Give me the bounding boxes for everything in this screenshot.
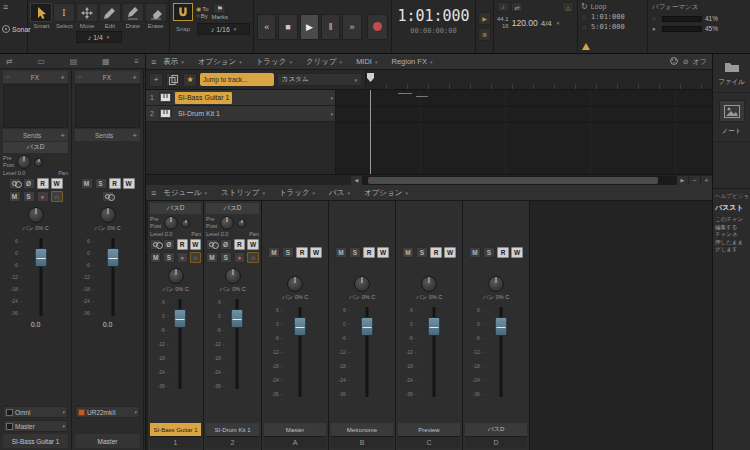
menu-item[interactable]: オプション▾ [357, 188, 415, 198]
jump-to-track-input[interactable]: Jump to track... [200, 73, 274, 86]
favorites-button[interactable]: ★ [183, 73, 197, 87]
duplicate-button[interactable] [166, 73, 180, 87]
fx-power-icon[interactable]: ○ [6, 74, 10, 80]
record-arm-button[interactable]: ● [37, 191, 49, 202]
mute-button[interactable]: M [206, 252, 218, 263]
menu-item[interactable]: Region FX▾ [384, 57, 439, 67]
time-signature-display[interactable]: 4/4 [541, 19, 552, 28]
loop-icon[interactable]: ↻ [581, 2, 588, 11]
stop-button[interactable]: ■ [278, 14, 297, 40]
fader-handle[interactable] [427, 317, 440, 336]
menu-item[interactable]: バス▾ [322, 188, 357, 198]
pan-knob[interactable] [354, 276, 370, 292]
track-row[interactable]: 2 SI-Drum Kit 1 ▾ [146, 106, 335, 122]
now-time-marker[interactable] [367, 73, 374, 82]
pan-knob[interactable] [168, 268, 184, 284]
loop-start-time[interactable]: 1:01:000 [581, 13, 644, 21]
fader-handle[interactable] [106, 248, 119, 267]
chevron-down-icon[interactable]: ▾ [330, 111, 333, 117]
solo-button[interactable]: S [416, 247, 428, 258]
chevron-down-icon[interactable]: ▾ [330, 95, 333, 101]
fast-forward-button[interactable]: » [342, 14, 361, 40]
fader-handle[interactable] [34, 248, 47, 267]
pause-button[interactable]: ‖ [321, 14, 340, 40]
fader-handle[interactable] [494, 317, 507, 336]
app-menu-icon[interactable]: ≡ [3, 2, 24, 12]
track-filter-preset-dropdown[interactable]: カスタム ▾ [277, 73, 362, 86]
automation-write-button[interactable]: W [310, 247, 322, 258]
smart-tool-button[interactable] [30, 3, 52, 22]
send-level-knob[interactable] [164, 216, 178, 230]
strip-name[interactable]: Master [264, 423, 326, 436]
fx-rack[interactable] [75, 84, 140, 128]
record-arm-button[interactable]: ● [234, 252, 246, 263]
strip-name[interactable]: SI-Drum Kit 1 [206, 423, 259, 436]
strip-name[interactable]: SI-Bass Guitar 1 [150, 423, 201, 436]
browser-tab[interactable]: ファイル [713, 54, 750, 93]
record-button[interactable] [367, 14, 388, 40]
midi-activity-icon[interactable] [669, 57, 679, 66]
add-fx-icon[interactable]: + [60, 73, 65, 82]
mute-button[interactable]: M [150, 252, 161, 263]
console-strip-bus[interactable]: M S R W パン 0% C 60-6-12-18-24-36 Metrono… [329, 201, 396, 450]
automation-read-button[interactable]: R [363, 247, 375, 258]
mute-button[interactable]: M [81, 178, 93, 189]
strip-select-icon[interactable]: ▭ [37, 57, 45, 66]
move-tool-button[interactable] [76, 3, 98, 22]
add-send-icon[interactable]: + [60, 131, 65, 140]
solo-button[interactable]: S [220, 252, 232, 263]
output-selector[interactable]: Master ▾ [3, 420, 68, 432]
fx-rack-header[interactable]: ○ FX + [3, 71, 68, 83]
snap-to-radio[interactable]: ◉To [196, 5, 209, 12]
solo-button[interactable]: S [483, 247, 495, 258]
menu-item[interactable]: クリップ▾ [299, 57, 349, 67]
sends-header[interactable]: Sends + [3, 129, 68, 141]
clips-pane[interactable] [336, 90, 712, 174]
input-echo-button[interactable]: ∩ [247, 252, 259, 263]
volume-fader[interactable]: 60-6-12-18-24-36 [264, 304, 326, 400]
send-level-knob[interactable] [220, 216, 234, 230]
play-button[interactable]: ▶ [300, 14, 319, 40]
send-level-knob[interactable] [17, 155, 31, 169]
solo-button[interactable]: S [349, 247, 361, 258]
send-destination[interactable]: バスD [206, 203, 259, 214]
volume-fader[interactable]: 60-6-12-18-24-36 [75, 235, 140, 319]
mini-options-button[interactable]: ≣ [478, 28, 491, 41]
interleave-button[interactable] [206, 239, 218, 250]
automation-read-button[interactable]: R [296, 247, 308, 258]
volume-fader[interactable]: 60-6-12-18-24-36 [150, 296, 201, 392]
automation-read-button[interactable]: R [177, 239, 188, 250]
interleave-button[interactable] [9, 178, 21, 189]
mute-button[interactable]: M [268, 247, 280, 258]
automation-write-button[interactable]: W [511, 247, 523, 258]
notes-tab[interactable]: ノート [713, 93, 750, 142]
send-post-label[interactable]: Post [3, 162, 14, 169]
automation-write-button[interactable]: W [51, 178, 63, 189]
console-strip-bus[interactable]: M S R W パン 0% C 60-6-12-18-24-36 バスD D [463, 201, 530, 450]
automation-read-button[interactable]: R [497, 247, 509, 258]
inspector-menu-icon[interactable]: ≡ [134, 57, 139, 66]
fader-handle[interactable] [230, 309, 243, 328]
pan-knob[interactable] [100, 207, 116, 223]
edit-tool-button[interactable] [99, 3, 121, 22]
strip-name[interactable]: Master [75, 434, 140, 448]
mini-play-button[interactable]: ▶ [478, 12, 491, 25]
loop-end-time[interactable]: 5:01:000 [581, 23, 644, 31]
menu-item[interactable]: モジュール▾ [156, 188, 214, 198]
volume-fader[interactable]: 60-6-12-18-24-36 [465, 304, 527, 400]
automation-write-button[interactable]: W [377, 247, 389, 258]
landmarks-button[interactable]: ⚑ [213, 3, 226, 14]
add-track-button[interactable]: + [149, 73, 163, 87]
layout-icon[interactable]: ▤ [70, 57, 78, 66]
record-arm-button[interactable]: ● [177, 252, 188, 263]
erase-tool-button[interactable] [145, 3, 167, 22]
modules-icon[interactable]: ▦ [102, 57, 110, 66]
menu-item[interactable]: ストリップ▾ [214, 188, 272, 198]
send-destination[interactable]: バスD [150, 203, 201, 214]
phase-button[interactable]: Ø [23, 178, 35, 189]
fx-rack-header[interactable]: ○ FX + [75, 71, 140, 83]
menu-item[interactable]: トラック▾ [272, 188, 322, 198]
console-strip-bus[interactable]: M S R W パン 0% C 60-6-12-18-24-36 Preview… [396, 201, 463, 450]
pan-knob[interactable] [488, 276, 504, 292]
solo-button[interactable]: S [95, 178, 107, 189]
